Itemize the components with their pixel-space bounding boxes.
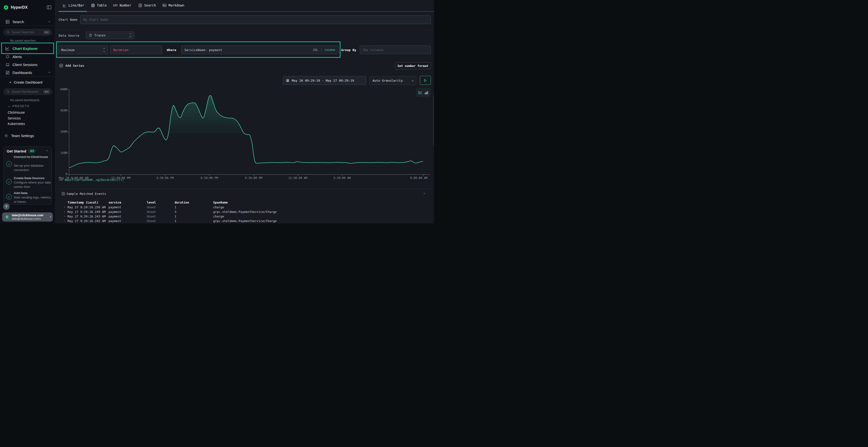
- sidebar-item-alerts[interactable]: Alerts: [0, 53, 56, 61]
- tab-label: Search: [144, 3, 156, 7]
- get-started-item-subtitle: Configure where your data comes from: [14, 180, 52, 189]
- tab-label: Table: [97, 3, 107, 7]
- data-source-select[interactable]: Traces: [86, 32, 134, 39]
- tab-number[interactable]: 123 Number: [113, 3, 131, 7]
- x-axis-tick-mark: [209, 174, 210, 176]
- sidebar-item-team-settings[interactable]: Team Settings: [0, 132, 56, 139]
- aggregation-select[interactable]: Maximum: [58, 45, 108, 54]
- group-by-field[interactable]: [363, 48, 428, 52]
- sidebar-section-dashboards[interactable]: Dashboards: [0, 69, 56, 76]
- where-label: Where: [167, 48, 176, 52]
- chevron-up-icon: [49, 72, 51, 74]
- field-value: Duration: [113, 48, 128, 52]
- table-cell: 1: [175, 219, 177, 223]
- sidebar-item-chart-explorer[interactable]: Chart Explorer: [0, 44, 56, 52]
- gear-icon: [4, 134, 8, 138]
- tab-markdown[interactable]: Markdown: [162, 3, 184, 7]
- table-row[interactable]: ›May 27 9:29:18.250 AMpaymentUnset1charg…: [59, 205, 430, 210]
- sidebar-item-label: Dashboards: [12, 71, 32, 75]
- group-by-input[interactable]: [360, 45, 431, 54]
- sidebar-item-preset-clickhouse[interactable]: ClickHouse: [8, 110, 25, 115]
- avatar: D: [4, 214, 10, 220]
- column-drag-handle-icon[interactable]: ⋮: [172, 201, 174, 204]
- shortcut-badge: ⌘K: [43, 30, 50, 34]
- run-query-button[interactable]: [420, 76, 431, 85]
- help-button[interactable]: ?: [3, 203, 10, 210]
- table-options-icon[interactable]: ⋮: [425, 201, 427, 204]
- tab-line-bar[interactable]: Line/Bar: [63, 3, 84, 7]
- main-content: Line/Bar Table 123 Number Search Markdow…: [56, 0, 434, 224]
- collapse-sidebar-icon[interactable]: [47, 5, 51, 10]
- tab-table[interactable]: Table: [91, 3, 107, 7]
- saved-searches-field[interactable]: [11, 30, 43, 34]
- get-started-item-title[interactable]: Add Data: [14, 191, 52, 195]
- bar-chart-toggle-icon[interactable]: [425, 91, 428, 94]
- scrollbar-thumb[interactable]: [433, 95, 434, 146]
- table-cell: payment: [108, 215, 121, 218]
- create-dashboard-button[interactable]: + Create Dashboard: [0, 78, 56, 86]
- get-started-item-title[interactable]: Create Data Sources: [14, 176, 52, 180]
- sidebar-item-client-sessions[interactable]: Client Sessions: [0, 61, 56, 68]
- row-expand-chevron-icon[interactable]: ›: [63, 214, 65, 218]
- y-axis-tick-label: 150M: [56, 151, 67, 154]
- chevron-down-icon: [8, 105, 10, 107]
- bell-icon: [5, 55, 10, 59]
- app-title: HyperDX: [11, 5, 28, 10]
- saved-dashboards-input[interactable]: ⌘K: [3, 89, 52, 95]
- column-drag-handle-icon[interactable]: ⋮: [210, 201, 213, 204]
- saved-searches-input[interactable]: ⌘K: [3, 29, 52, 35]
- column-header-level[interactable]: level: [147, 201, 156, 204]
- granularity-select[interactable]: Auto Granularity: [369, 76, 416, 85]
- set-number-format-button[interactable]: Set number format: [395, 62, 431, 69]
- add-series-button[interactable]: Add Series: [59, 64, 84, 68]
- add-series-label: Add Series: [65, 64, 84, 67]
- chart-name-input[interactable]: [80, 15, 431, 24]
- field-input[interactable]: Duration: [110, 45, 162, 54]
- where-input[interactable]: SQL | Lucene: [181, 45, 338, 54]
- dashboard-icon: [5, 71, 10, 75]
- tab-track: [87, 11, 434, 12]
- column-header-service[interactable]: service: [108, 201, 121, 204]
- table-row[interactable]: ›May 27 9:29:18.243 AMpaymentUnset1grpc.…: [59, 219, 430, 224]
- chevron-up-icon[interactable]: [46, 150, 48, 152]
- user-profile-bar[interactable]: D dale@clickhouse.com dale@clickhouse.co…: [2, 212, 53, 221]
- lucene-mode-button[interactable]: Lucene: [325, 48, 335, 51]
- saved-dashboards-field[interactable]: [11, 90, 43, 94]
- sidebar: HyperDX Search ⌘K No saved searches: [0, 0, 56, 224]
- x-axis-tick-label: 9:00:00 AM: [399, 176, 428, 180]
- where-field[interactable]: [184, 48, 311, 52]
- row-expand-chevron-icon[interactable]: ›: [63, 205, 65, 209]
- sidebar-item-preset-kubernetes[interactable]: Kubernetes: [8, 121, 25, 127]
- chart-name-field[interactable]: [84, 18, 428, 22]
- column-header-spanname[interactable]: SpanName: [213, 201, 227, 204]
- column-header-timestamp-local-[interactable]: Timestamp (Local): [67, 201, 98, 204]
- column-drag-handle-icon[interactable]: ⋮: [144, 201, 147, 204]
- check-circle-icon: [6, 161, 12, 167]
- x-axis-tick-label: 3:30:00 AM: [325, 176, 359, 180]
- row-expand-chevron-icon[interactable]: ›: [63, 210, 65, 213]
- column-header-duration[interactable]: duration: [175, 201, 189, 204]
- presets-toggle[interactable]: PRESETS: [8, 105, 29, 108]
- table-row[interactable]: ›May 27 9:29:18.249 AMpaymentUnset3grpc.…: [59, 210, 430, 214]
- search-icon: [6, 90, 10, 93]
- table-cell: May 27 9:29:18.250 AM: [67, 205, 105, 209]
- get-started-title: Get Started: [7, 149, 26, 153]
- sidebar-section-search[interactable]: Search: [0, 18, 56, 26]
- legend-line-swatch: [59, 180, 63, 180]
- table-cell: charge: [213, 215, 224, 218]
- table-row[interactable]: ›May 27 9:29:18.243 AMpaymentUnset1charg…: [59, 214, 430, 219]
- get-started-item-subtitle: Start sending logs, metrics, or traces: [14, 195, 52, 204]
- row-expand-chevron-icon[interactable]: ›: [63, 219, 65, 222]
- column-drag-handle-icon[interactable]: ⋮: [106, 201, 108, 204]
- date-range-picker[interactable]: May 26 09:29:19 - May 27 09:29:19: [283, 76, 366, 85]
- sql-mode-button[interactable]: SQL: [313, 48, 318, 51]
- table-cell: payment: [108, 219, 121, 223]
- get-started-item-title[interactable]: Connect to ClickHouse: [14, 155, 50, 159]
- markdown-icon: [162, 4, 166, 7]
- calendar-icon: [286, 79, 289, 82]
- tab-search[interactable]: Search: [138, 3, 156, 7]
- x-axis-tick-mark: [121, 174, 121, 176]
- number-123-icon: 123: [113, 4, 117, 7]
- chart-name-label: Chart Name: [59, 18, 78, 22]
- sidebar-item-preset-services[interactable]: Services: [8, 115, 25, 122]
